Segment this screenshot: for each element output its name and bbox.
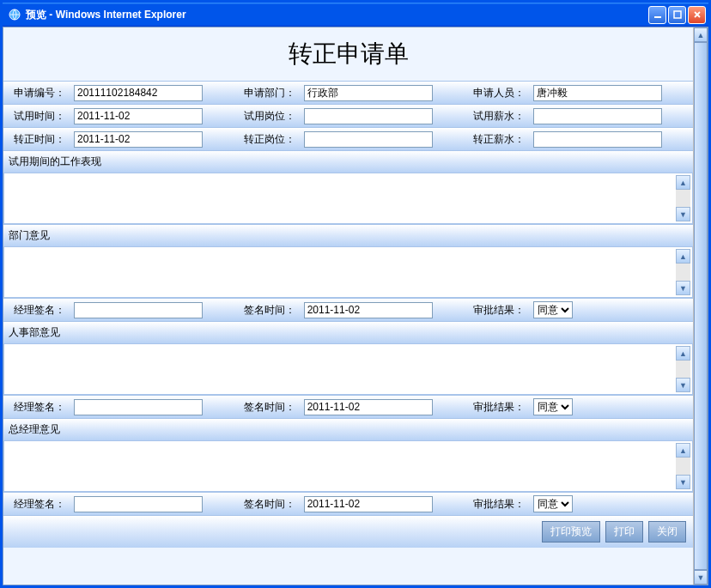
scroll-thumb[interactable] [694,42,708,570]
client-area: ▲ ▼ 转正申请单 申请编号： 申请部门： 申请人员： [3,27,708,585]
apply-no-input[interactable] [74,85,203,101]
trial-time-input[interactable] [74,108,203,124]
maximize-button[interactable] [668,6,686,24]
gm-sign-row: 经理签名： 签名时间： 审批结果： 同意 [3,492,693,515]
dept-sign-row: 经理签名： 签名时间： 审批结果： 同意 [3,298,693,321]
approve-result-label: 审批结果： [473,497,533,512]
gm-opinion-header: 总经理意见 [3,418,693,440]
reg-salary-input[interactable] [533,131,662,148]
textarea-scrollbar[interactable]: ▲ ▼ [676,443,690,489]
app-window: 预览 - Windows Internet Explorer ▲ ▼ 转正申请单… [0,0,711,588]
hr-mgr-sign-input[interactable] [74,399,203,415]
scroll-up-icon[interactable]: ▲ [694,27,708,42]
approve-result-label: 审批结果： [473,303,533,318]
mgr-sign-label: 经理签名： [14,400,74,415]
dept-opinion-textarea[interactable]: ▲ ▼ [3,246,693,298]
window-title: 预览 - Windows Internet Explorer [26,8,648,22]
apply-dept-label: 申请部门： [244,86,304,100]
main-scrollbar[interactable]: ▲ ▼ [693,27,708,585]
trial-perf-header: 试用期间的工作表现 [3,150,693,173]
trial-post-label: 试用岗位： [244,109,304,124]
sign-time-label: 签名时间： [244,400,304,415]
textarea-scrollbar[interactable]: ▲ ▼ [676,175,690,221]
hr-approve-select[interactable]: 同意 [533,398,573,415]
hr-sign-time-input[interactable] [304,399,433,415]
gm-mgr-sign-input[interactable] [74,496,203,512]
mgr-sign-label: 经理签名： [14,303,74,318]
svg-rect-2 [674,11,681,18]
print-preview-button[interactable]: 打印预览 [542,521,600,543]
hr-opinion-textarea[interactable]: ▲ ▼ [3,343,693,395]
scroll-up-icon[interactable]: ▲ [676,175,690,190]
approve-result-label: 审批结果： [473,400,533,415]
textarea-scrollbar[interactable]: ▲ ▼ [676,249,690,295]
form-content: 转正申请单 申请编号： 申请部门： 申请人员： 试用时间 [3,27,693,585]
trial-salary-label: 试用薪水： [473,109,533,124]
scroll-down-icon[interactable]: ▼ [676,378,690,392]
svg-rect-1 [654,16,661,18]
apply-person-label: 申请人员： [473,86,533,100]
minimize-button[interactable] [648,6,666,24]
gm-sign-time-input[interactable] [304,496,433,512]
textarea-scrollbar[interactable]: ▲ ▼ [676,346,690,392]
scroll-down-icon[interactable]: ▼ [676,281,690,295]
mgr-sign-label: 经理签名： [14,497,74,512]
close-button[interactable] [688,6,706,24]
sign-time-label: 签名时间： [244,497,304,512]
scroll-up-icon[interactable]: ▲ [676,346,690,361]
row-basic-3: 转正时间： 转正岗位： 转正薪水： [3,127,693,150]
reg-time-input[interactable] [74,131,203,148]
reg-time-label: 转正时间： [14,132,74,147]
apply-person-input[interactable] [533,85,662,101]
trial-time-label: 试用时间： [14,109,74,124]
scroll-down-icon[interactable]: ▼ [694,570,708,585]
apply-no-label: 申请编号： [14,86,74,100]
scroll-up-icon[interactable]: ▲ [676,249,690,264]
action-bar: 打印预览 打印 关闭 [3,515,693,548]
ie-icon [8,8,21,21]
apply-dept-input[interactable] [304,85,433,101]
trial-salary-input[interactable] [533,108,662,124]
hr-opinion-header: 人事部意见 [3,321,693,343]
dept-sign-time-input[interactable] [304,302,433,318]
print-button[interactable]: 打印 [605,521,643,543]
sign-time-label: 签名时间： [244,303,304,318]
scroll-down-icon[interactable]: ▼ [676,475,690,489]
trial-perf-textarea[interactable]: ▲ ▼ [3,173,693,224]
page-title: 转正申请单 [3,27,693,81]
titlebar[interactable]: 预览 - Windows Internet Explorer [3,3,708,27]
gm-opinion-textarea[interactable]: ▲ ▼ [3,440,693,492]
scroll-down-icon[interactable]: ▼ [676,207,690,221]
row-basic-2: 试用时间： 试用岗位： 试用薪水： [3,104,693,127]
scroll-up-icon[interactable]: ▲ [676,443,690,458]
reg-salary-label: 转正薪水： [473,132,533,147]
window-controls [648,6,708,24]
dept-mgr-sign-input[interactable] [74,302,203,318]
trial-post-input[interactable] [304,108,433,124]
reg-post-input[interactable] [304,131,433,148]
dept-opinion-header: 部门意见 [3,224,693,246]
hr-sign-row: 经理签名： 签名时间： 审批结果： 同意 [3,395,693,418]
row-basic-1: 申请编号： 申请部门： 申请人员： [3,81,693,104]
close-form-button[interactable]: 关闭 [648,521,686,543]
reg-post-label: 转正岗位： [244,132,304,147]
dept-approve-select[interactable]: 同意 [533,301,573,318]
gm-approve-select[interactable]: 同意 [533,495,573,512]
